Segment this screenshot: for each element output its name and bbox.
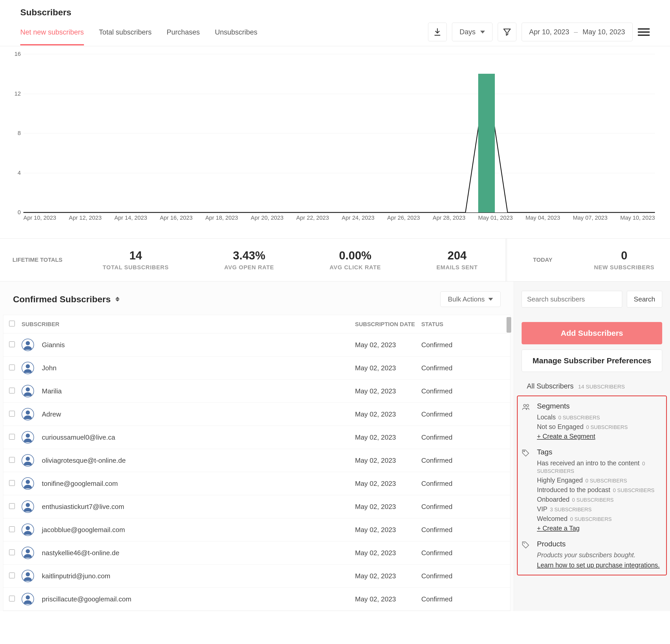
tag-item[interactable]: Onboarded0 SUBSCRIBERS <box>537 496 662 503</box>
bulk-actions-button[interactable]: Bulk Actions <box>440 291 500 307</box>
tag-item[interactable]: VIP3 SUBSCRIBERS <box>537 505 662 513</box>
subscribers-table: SUBSCRIBER SUBSCRIPTION DATE STATUS Gian… <box>3 315 510 611</box>
col-subscriber[interactable]: SUBSCRIBER <box>22 321 355 328</box>
svg-point-5 <box>26 457 30 461</box>
metric-emails-sent: 204EMAILS SENT <box>426 239 488 281</box>
x-tick: Apr 24, 2023 <box>342 215 375 221</box>
row-checkbox[interactable] <box>9 596 15 601</box>
x-tick: May 07, 2023 <box>573 215 607 221</box>
table-row[interactable]: GiannisMay 02, 2023Confirmed <box>3 333 510 357</box>
today-label: TODAY <box>507 239 578 281</box>
subscription-date: May 02, 2023 <box>355 456 421 465</box>
y-tick: 8 <box>18 130 21 137</box>
date-to: May 10, 2023 <box>582 28 625 36</box>
products-learn-link[interactable]: Learn how to set up purchase integration… <box>537 561 662 569</box>
avatar <box>22 408 34 421</box>
download-button[interactable] <box>428 23 447 41</box>
interval-label: Days <box>459 28 475 36</box>
subscriber-name: Adrew <box>42 410 61 418</box>
avatar <box>22 593 34 605</box>
tags-heading: Tags <box>537 448 662 456</box>
avatar <box>22 454 34 467</box>
col-date[interactable]: SUBSCRIPTION DATE <box>355 321 421 328</box>
row-checkbox[interactable] <box>9 342 15 347</box>
row-checkbox[interactable] <box>9 526 15 532</box>
x-tick: Apr 22, 2023 <box>296 215 329 221</box>
status-text: Confirmed <box>421 434 505 441</box>
avatar <box>22 523 34 536</box>
row-checkbox[interactable] <box>9 549 15 555</box>
table-title-dropdown[interactable]: Confirmed Subscribers <box>13 294 120 304</box>
row-checkbox[interactable] <box>9 480 15 486</box>
search-button[interactable]: Search <box>627 291 662 307</box>
date-from: Apr 10, 2023 <box>529 28 570 36</box>
tab-net-new-subscribers[interactable]: Net new subscribers <box>20 24 84 45</box>
subscriber-name: oliviagrotesque@t-online.de <box>42 456 126 465</box>
subscriber-name: Giannis <box>42 341 65 349</box>
tag-item[interactable]: Introduced to the podcast0 SUBSCRIBERS <box>537 486 662 494</box>
segment-item[interactable]: Not so Engaged0 SUBSCRIBERS <box>537 423 662 430</box>
tag-item[interactable]: Welcomed0 SUBSCRIBERS <box>537 515 662 522</box>
subscription-date: May 02, 2023 <box>355 434 421 441</box>
svg-point-1 <box>26 364 30 369</box>
create-tag-link[interactable]: + Create a Tag <box>537 524 662 532</box>
table-row[interactable]: JohnMay 02, 2023Confirmed <box>3 357 510 380</box>
y-tick: 0 <box>18 209 21 216</box>
table-row[interactable]: AdrewMay 02, 2023Confirmed <box>3 403 510 426</box>
date-sep: – <box>574 28 578 36</box>
interval-select[interactable]: Days <box>452 23 493 41</box>
table-row[interactable]: oliviagrotesque@t-online.deMay 02, 2023C… <box>3 449 510 472</box>
segment-item[interactable]: Locals0 SUBSCRIBERS <box>537 413 662 421</box>
y-tick: 12 <box>15 91 21 97</box>
avatar <box>22 431 34 443</box>
table-row[interactable]: kaitlinputrid@juno.comMay 02, 2023Confir… <box>3 564 510 588</box>
subscription-date: May 02, 2023 <box>355 364 421 372</box>
table-row[interactable]: MariliaMay 02, 2023Confirmed <box>3 380 510 403</box>
row-checkbox[interactable] <box>9 434 15 440</box>
table-row[interactable]: jacobblue@googlemail.comMay 02, 2023Conf… <box>3 518 510 542</box>
filter-button[interactable] <box>498 23 517 41</box>
select-all-checkbox[interactable] <box>9 321 15 326</box>
row-checkbox[interactable] <box>9 573 15 578</box>
x-tick: May 10, 2023 <box>620 215 655 221</box>
x-tick: Apr 18, 2023 <box>205 215 238 221</box>
x-tick: May 01, 2023 <box>478 215 513 221</box>
subscriber-name: enthusiastickurt7@live.com <box>42 503 124 511</box>
svg-point-0 <box>26 341 30 345</box>
manage-preferences-button[interactable]: Manage Subscriber Preferences <box>522 350 662 372</box>
scrollbar-thumb[interactable] <box>507 317 511 333</box>
create-segment-link[interactable]: + Create a Segment <box>537 433 662 440</box>
svg-point-3 <box>26 411 30 415</box>
table-row[interactable]: curioussamuel0@live.caMay 02, 2023Confir… <box>3 426 510 449</box>
subscription-date: May 02, 2023 <box>355 595 421 603</box>
col-status[interactable]: STATUS <box>421 321 505 328</box>
tab-total-subscribers[interactable]: Total subscribers <box>99 24 152 45</box>
page-title: Subscribers <box>20 7 650 17</box>
y-tick: 16 <box>15 51 21 57</box>
row-checkbox[interactable] <box>9 388 15 394</box>
tab-unsubscribes[interactable]: Unsubscribes <box>215 24 257 45</box>
date-range-picker[interactable]: Apr 10, 2023 – May 10, 2023 <box>522 23 633 41</box>
row-checkbox[interactable] <box>9 365 15 370</box>
table-row[interactable]: tonifine@googlemail.comMay 02, 2023Confi… <box>3 472 510 495</box>
all-subscribers-link[interactable]: All Subscribers 14 SUBSCRIBERS <box>514 374 670 393</box>
row-checkbox[interactable] <box>9 503 15 509</box>
add-subscribers-button[interactable]: Add Subscribers <box>522 322 662 344</box>
tab-purchases[interactable]: Purchases <box>166 24 200 45</box>
search-input[interactable] <box>522 291 622 307</box>
table-row[interactable]: enthusiastickurt7@live.comMay 02, 2023Co… <box>3 495 510 518</box>
table-row[interactable]: priscillacute@googlemail.comMay 02, 2023… <box>3 588 510 611</box>
subscriber-name: kaitlinputrid@juno.com <box>42 572 110 580</box>
segments-icon <box>521 402 532 440</box>
x-tick: May 04, 2023 <box>525 215 560 221</box>
row-checkbox[interactable] <box>9 457 15 463</box>
row-checkbox[interactable] <box>9 411 15 416</box>
table-title-text: Confirmed Subscribers <box>13 294 111 304</box>
subscriber-name: tonifine@googlemail.com <box>42 480 118 488</box>
tag-item[interactable]: Highly Engaged0 SUBSCRIBERS <box>537 477 662 484</box>
x-tick: Apr 20, 2023 <box>251 215 283 221</box>
table-row[interactable]: nastykellie46@t-online.deMay 02, 2023Con… <box>3 542 510 564</box>
tag-item[interactable]: Has received an intro to the content0 SU… <box>537 460 662 475</box>
menu-icon[interactable] <box>638 28 650 36</box>
status-text: Confirmed <box>421 549 505 557</box>
